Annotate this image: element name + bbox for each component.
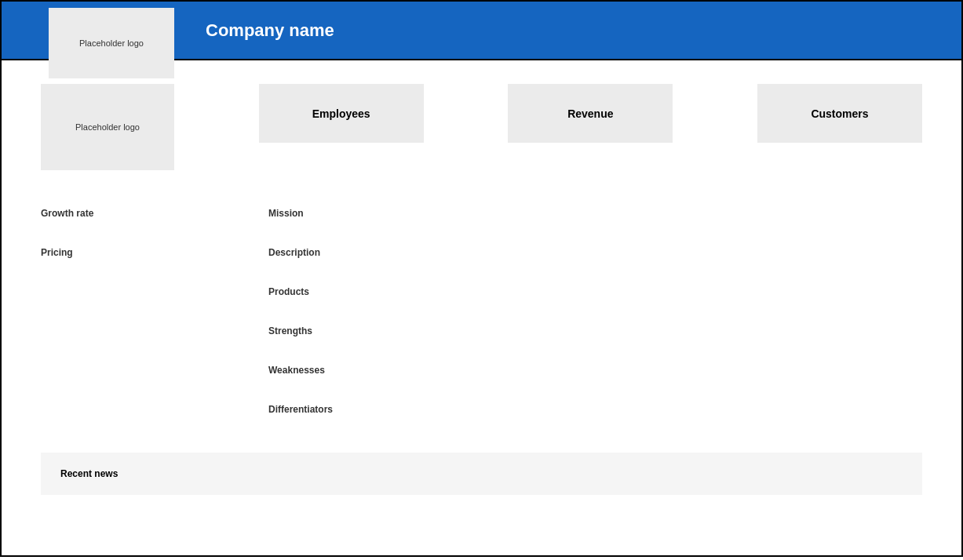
logo-placeholder-text: Placeholder logo [79, 38, 144, 48]
stat-card-revenue: Revenue [508, 84, 673, 143]
right-item-differentiators: Differentiators [268, 390, 922, 429]
top-cards-row: Placeholder logo Employees Revenue Custo… [41, 84, 922, 170]
info-col-left: Growth rate Pricing [41, 194, 268, 429]
right-item-mission: Mission [268, 194, 922, 233]
left-item-pricing: Pricing [41, 233, 268, 272]
main-content: Placeholder logo Employees Revenue Custo… [2, 60, 961, 555]
header-logo: Placeholder logo [49, 8, 174, 78]
recent-news-box: Recent news [41, 453, 922, 495]
info-col-right: Mission Description Products Strengths W… [268, 194, 922, 429]
left-item-growth-rate: Growth rate [41, 194, 268, 233]
right-item-products: Products [268, 272, 922, 311]
stat-employees-label: Employees [312, 107, 370, 120]
page-wrapper: Placeholder logo Company name Placeholde… [0, 0, 963, 557]
right-item-description: Description [268, 233, 922, 272]
header: Placeholder logo Company name [2, 2, 961, 60]
stat-card-customers: Customers [757, 84, 922, 143]
logo-card: Placeholder logo [41, 84, 174, 170]
right-item-weaknesses: Weaknesses [268, 351, 922, 390]
info-grid: Growth rate Pricing Mission Description … [41, 194, 922, 429]
stat-customers-label: Customers [811, 107, 868, 120]
recent-news-label: Recent news [60, 468, 118, 479]
right-item-strengths: Strengths [268, 311, 922, 351]
stat-card-employees: Employees [259, 84, 424, 143]
company-name: Company name [206, 20, 334, 41]
stat-revenue-label: Revenue [567, 107, 613, 120]
logo-card-text: Placeholder logo [75, 122, 140, 132]
